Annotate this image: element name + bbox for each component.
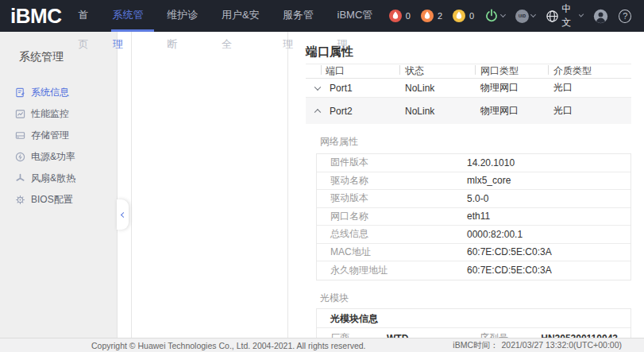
- chevron-down-icon: [579, 12, 584, 17]
- nav-item-home[interactable]: 首页: [76, 0, 99, 32]
- critical-alarm-count: 0: [406, 11, 411, 21]
- power-icon: [484, 9, 499, 23]
- attr-value: 14.20.1010: [467, 157, 631, 168]
- nav-item-system[interactable]: 系统管理: [111, 0, 155, 32]
- minor-alarm-count: 0: [469, 11, 474, 21]
- table-row: 网口名称eth11: [317, 208, 631, 226]
- minor-alarm-button[interactable]: 0: [453, 10, 474, 22]
- optical-module-table: 光模块信息 厂商 WTD 序列号 HN205200110043: [316, 308, 631, 338]
- attr-label: MAC地址: [317, 246, 467, 259]
- critical-alarm-button[interactable]: 0: [389, 10, 411, 22]
- table-row-port2[interactable]: Port2 NoLink 物理网口 光口: [306, 98, 631, 124]
- column-header-port-type: 网口类型: [475, 64, 548, 78]
- attr-value: mlx5_core: [467, 175, 631, 186]
- flame-icon: [453, 10, 465, 22]
- port-name: Port1: [330, 83, 353, 94]
- sidebar-item-system-info[interactable]: 系统信息: [0, 82, 117, 103]
- nav-item-services[interactable]: 服务管理: [281, 0, 325, 32]
- flame-icon: [421, 10, 434, 22]
- power-meter-icon: [15, 152, 25, 162]
- help-icon[interactable]: ?: [619, 10, 631, 23]
- serial-label: 序列号: [466, 331, 530, 338]
- vendor-label: 厂商: [317, 331, 387, 338]
- uid-control-dropdown[interactable]: UID: [515, 10, 535, 23]
- settings-icon: [15, 195, 25, 205]
- uid-indicator-icon: UID: [515, 10, 529, 23]
- ibmc-logo: iBMC: [0, 0, 71, 32]
- page-title: 端口属性: [306, 44, 644, 60]
- power-control-dropdown[interactable]: [484, 9, 505, 23]
- ibmc-time-label: iBMC时间：: [453, 340, 498, 351]
- copyright-text: Copyright © Huawei Technologies Co., Ltd…: [91, 341, 366, 350]
- optical-module-title: 光模块: [320, 292, 644, 305]
- chevron-up-icon[interactable]: [314, 108, 321, 114]
- column-header-status: 状态: [399, 64, 475, 78]
- table-row: MAC地址60:7E:CD:5E:C0:3A: [317, 244, 631, 262]
- port-status: NoLink: [399, 106, 475, 117]
- chevron-down-icon[interactable]: [314, 83, 321, 90]
- sidebar-item-storage[interactable]: 存储管理: [0, 125, 117, 146]
- user-avatar-icon[interactable]: [593, 9, 608, 24]
- fan-icon: [15, 173, 25, 184]
- storage-icon: [15, 130, 25, 141]
- language-label: 中文: [561, 2, 577, 29]
- document-icon: [15, 87, 25, 98]
- sidebar-item-label: 存储管理: [31, 129, 69, 142]
- port-status: NoLink: [399, 83, 475, 94]
- nav-item-maintenance[interactable]: 维护诊断: [165, 0, 209, 32]
- media-type: 光口: [548, 81, 631, 95]
- table-row: 总线信息0000:82:00.1: [317, 226, 631, 244]
- table-row-port1[interactable]: Port1 NoLink 物理网口 光口: [306, 79, 631, 98]
- chevron-left-icon: [121, 211, 126, 217]
- table-row: 永久物理地址60:7E:CD:5E:C0:3A: [317, 261, 631, 280]
- sidebar-item-label: BIOS配置: [31, 193, 73, 207]
- attr-label: 网口名称: [317, 210, 467, 223]
- port-type: 物理网口: [475, 104, 548, 118]
- sidebar-item-power[interactable]: 电源&功率: [0, 146, 117, 168]
- sidebar-item-label: 系统信息: [31, 86, 69, 99]
- optical-module-info-header: 光模块信息: [317, 309, 631, 328]
- media-type: 光口: [548, 104, 631, 118]
- attr-label: 固件版本: [317, 156, 467, 169]
- ibmc-time-value: 2021/03/27 13:32:0(UTC+00:00): [502, 340, 622, 351]
- attr-value: eth11: [467, 211, 631, 222]
- sidebar-item-label: 性能监控: [31, 107, 69, 121]
- port-properties-panel: 端口属性 端口 状态 网口类型 介质类型 Port1 NoLink 物理网口 光…: [288, 32, 644, 338]
- attr-label: 驱动版本: [317, 191, 467, 205]
- attr-value: 5.0-0: [467, 193, 631, 204]
- sidebar-item-bios[interactable]: BIOS配置: [0, 189, 117, 211]
- port-table: 端口 状态 网口类型 介质类型 Port1 NoLink 物理网口 光口 Por…: [306, 64, 631, 124]
- table-row: 厂商 WTD 序列号 HN205200110043: [317, 328, 631, 338]
- chevron-down-icon: [500, 12, 506, 17]
- column-header-media-type: 介质类型: [548, 64, 631, 78]
- sidebar-item-fan[interactable]: 风扇&散热: [0, 168, 117, 189]
- main-nav: 首页 系统管理 维护诊断 用户&安全 服务管理 iBMC管理: [71, 0, 388, 32]
- sidebar-collapse-button[interactable]: [117, 199, 129, 230]
- table-row: 驱动名称mlx5_core: [317, 172, 631, 191]
- network-attributes-title: 网络属性: [320, 135, 644, 149]
- network-attributes-table: 固件版本14.20.1010 驱动名称mlx5_core 驱动版本5.0-0 网…: [316, 153, 631, 280]
- port-name: Port2: [330, 106, 353, 117]
- flame-icon: [389, 10, 402, 22]
- major-alarm-button[interactable]: 2: [421, 10, 442, 22]
- globe-icon: [546, 10, 559, 23]
- language-selector[interactable]: 中文: [546, 2, 583, 29]
- attr-label: 总线信息: [317, 227, 467, 241]
- attr-value: 0000:82:00.1: [467, 229, 631, 240]
- nav-item-user-security[interactable]: 用户&安全: [220, 0, 270, 32]
- sidebar-item-label: 风扇&散热: [31, 172, 75, 185]
- pane-divider: [131, 32, 132, 338]
- top-navbar: iBMC 首页 系统管理 维护诊断 用户&安全 服务管理 iBMC管理 0 2 …: [0, 0, 644, 32]
- major-alarm-count: 2: [438, 11, 442, 21]
- table-row: 固件版本14.20.1010: [317, 154, 631, 172]
- port-table-header: 端口 状态 网口类型 介质类型: [306, 64, 631, 79]
- attr-label: 驱动名称: [317, 174, 467, 188]
- port-type: 物理网口: [475, 81, 548, 95]
- attr-label: 永久物理地址: [317, 264, 467, 277]
- nav-item-ibmc-mgmt[interactable]: iBMC管理: [336, 0, 384, 32]
- sidebar-item-label: 电源&功率: [31, 150, 75, 164]
- sidebar-item-performance[interactable]: 性能监控: [0, 103, 117, 125]
- footer: Copyright © Huawei Technologies Co., Ltd…: [0, 338, 644, 352]
- sidebar-title: 系统管理: [0, 32, 117, 64]
- column-header-port: 端口: [306, 64, 399, 78]
